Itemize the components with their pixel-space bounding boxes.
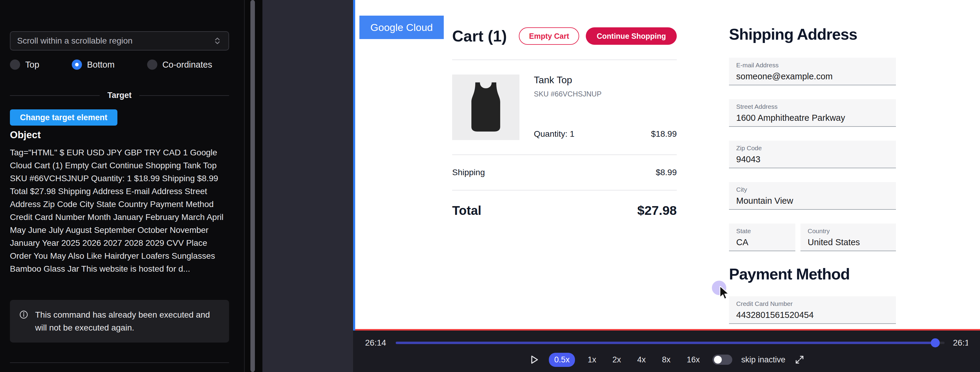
- player-controls: 0.5x 1x 2x 4x 8x 16x skip inactive: [365, 351, 968, 368]
- email-field[interactable]: E-mail Address someone@example.com: [729, 58, 896, 85]
- skip-inactive-label: skip inactive: [741, 355, 786, 364]
- radio-option-top[interactable]: Top: [10, 59, 39, 70]
- target-section-label: Target: [108, 91, 132, 100]
- cart-divider: [452, 59, 677, 60]
- google-cloud-banner: Google Cloud: [360, 16, 444, 39]
- street-address-field[interactable]: Street Address 1600 Amphitheatre Parkway: [729, 99, 896, 127]
- fullscreen-button[interactable]: [794, 354, 805, 365]
- zip-code-field-label: Zip Code: [736, 145, 889, 152]
- credit-card-field-value: 4432801561520454: [736, 310, 889, 320]
- speed-button-2x[interactable]: 2x: [609, 353, 625, 366]
- radio-label-top: Top: [25, 60, 39, 70]
- cart-item-row: Tank Top SKU #66VCHSJNUP Quantity: 1 $18…: [452, 75, 677, 140]
- credit-card-field-label: Credit Card Number: [736, 300, 889, 307]
- sidebar-bottom-divider: [10, 362, 229, 363]
- cart-divider: [452, 190, 677, 190]
- email-field-value: someone@example.com: [736, 72, 889, 81]
- cart-item-info: Tank Top SKU #66VCHSJNUP Quantity: 1 $18…: [534, 75, 677, 140]
- radio-control-top[interactable]: [10, 59, 20, 70]
- info-icon: [19, 310, 29, 319]
- command-sidebar: Scroll within a scrollable region Top Bo…: [0, 0, 245, 372]
- zip-code-field[interactable]: Zip Code 94043: [729, 140, 896, 168]
- total-row: Total $27.98: [452, 203, 677, 218]
- speed-button-05x[interactable]: 0.5x: [549, 353, 575, 367]
- replay-player-bar: 26:14 26:15 0.5x 1x 2x: [353, 330, 980, 372]
- cart-item-name: Tank Top: [534, 75, 677, 86]
- notice-text: This command has already been executed a…: [35, 308, 220, 334]
- payment-method-heading: Payment Method: [729, 265, 896, 283]
- timeline-knob[interactable]: [931, 338, 940, 347]
- state-field-label: State: [736, 227, 788, 235]
- object-description-text: Tag="HTML" $ EUR USD JPY GBP TRY CAD 1 G…: [10, 146, 230, 275]
- tank-top-image: [452, 75, 519, 140]
- radio-control-bottom[interactable]: [72, 59, 82, 70]
- replay-backdrop: [262, 0, 353, 372]
- country-field-label: Country: [808, 227, 889, 235]
- target-section-divider: Target: [10, 91, 229, 100]
- timeline-progress: [396, 342, 935, 344]
- cart-section: Cart (1) Empty Cart Continue Shopping: [452, 26, 677, 218]
- city-field[interactable]: City Mountain View: [729, 182, 896, 210]
- divider-line: [139, 95, 229, 96]
- city-field-value: Mountain View: [736, 196, 889, 206]
- speed-button-8x[interactable]: 8x: [659, 353, 675, 366]
- radio-option-coordinates[interactable]: Co-ordinates: [147, 59, 212, 70]
- shipping-address-fields: E-mail Address someone@example.com Stree…: [729, 58, 896, 251]
- total-time-wrap: 26:15: [953, 338, 968, 348]
- credit-card-number-field[interactable]: Credit Card Number 4432801561520454: [729, 296, 896, 324]
- timeline-slider[interactable]: [396, 338, 945, 347]
- cart-item-sku: SKU #66VCHSJNUP: [534, 90, 677, 98]
- street-address-field-label: Street Address: [736, 103, 889, 110]
- speed-button-1x[interactable]: 1x: [584, 353, 600, 366]
- shipping-cost-row: Shipping $8.99: [452, 168, 677, 177]
- play-icon: [528, 354, 540, 366]
- total-value: $27.98: [637, 203, 677, 218]
- object-heading: Object: [10, 129, 41, 140]
- chevron-updown-icon: [213, 36, 222, 45]
- play-button[interactable]: [528, 354, 540, 366]
- divider-line: [10, 95, 100, 96]
- radio-control-coordinates[interactable]: [147, 59, 158, 70]
- toggle-knob: [714, 356, 722, 364]
- state-field[interactable]: State CA: [729, 224, 795, 251]
- action-select[interactable]: Scroll within a scrollable region: [10, 31, 229, 51]
- timeline-row: 26:14 26:15: [365, 330, 968, 351]
- cart-item-quantity: Quantity: 1: [534, 129, 574, 139]
- total-time: 26:15: [953, 338, 968, 347]
- replay-main: Google Cloud Cart (1) Empty Cart Continu…: [353, 0, 980, 372]
- app-root: Scroll within a scrollable region Top Bo…: [0, 0, 980, 372]
- country-field-value: United States: [808, 237, 889, 247]
- cart-divider: [452, 155, 677, 155]
- speed-button-4x[interactable]: 4x: [633, 353, 649, 366]
- tank-top-graphic: [452, 75, 519, 140]
- continue-shopping-button[interactable]: Continue Shopping: [586, 27, 677, 45]
- radio-option-bottom[interactable]: Bottom: [72, 59, 115, 70]
- state-country-row: State CA Country United States: [729, 224, 896, 251]
- shipping-value: $8.99: [656, 168, 677, 177]
- sidebar-scrollbar-thumb[interactable]: [250, 0, 255, 372]
- city-field-label: City: [736, 186, 889, 193]
- country-field[interactable]: Country United States: [800, 224, 896, 251]
- change-target-button[interactable]: Change target element: [10, 109, 118, 126]
- scroll-position-radio-group: Top Bottom Co-ordinates: [10, 59, 229, 70]
- total-label: Total: [452, 203, 481, 218]
- speed-button-16x[interactable]: 16x: [683, 353, 703, 366]
- skip-inactive-toggle[interactable]: [713, 354, 732, 365]
- viewport-bottom-marker: [355, 329, 980, 330]
- radio-label-coordinates: Co-ordinates: [162, 60, 212, 70]
- radio-label-bottom: Bottom: [87, 60, 115, 70]
- sidebar-scrollbar-track: [245, 0, 262, 372]
- expand-icon: [794, 354, 805, 365]
- cart-item-quantity-price-row: Quantity: 1 $18.99: [534, 129, 677, 140]
- cart-header-buttons: Empty Cart Continue Shopping: [519, 27, 677, 45]
- already-executed-notice: This command has already been executed a…: [10, 300, 229, 343]
- empty-cart-button[interactable]: Empty Cart: [519, 27, 579, 45]
- action-select-value: Scroll within a scrollable region: [17, 36, 132, 46]
- cart-title: Cart (1): [452, 27, 507, 45]
- current-time: 26:14: [365, 338, 386, 348]
- shipping-address-heading: Shipping Address: [729, 25, 896, 43]
- state-field-value: CA: [736, 237, 788, 247]
- cart-header: Cart (1) Empty Cart Continue Shopping: [452, 26, 677, 46]
- mouse-cursor-icon: [719, 286, 730, 300]
- zip-code-field-value: 94043: [736, 155, 889, 164]
